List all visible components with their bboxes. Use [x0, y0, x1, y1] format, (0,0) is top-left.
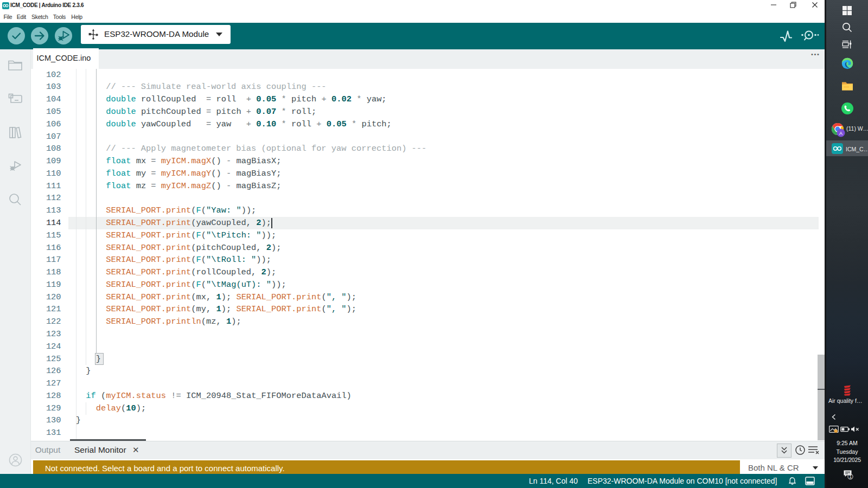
svg-text:1: 1 — [849, 474, 852, 479]
svg-text:A: A — [839, 131, 843, 136]
